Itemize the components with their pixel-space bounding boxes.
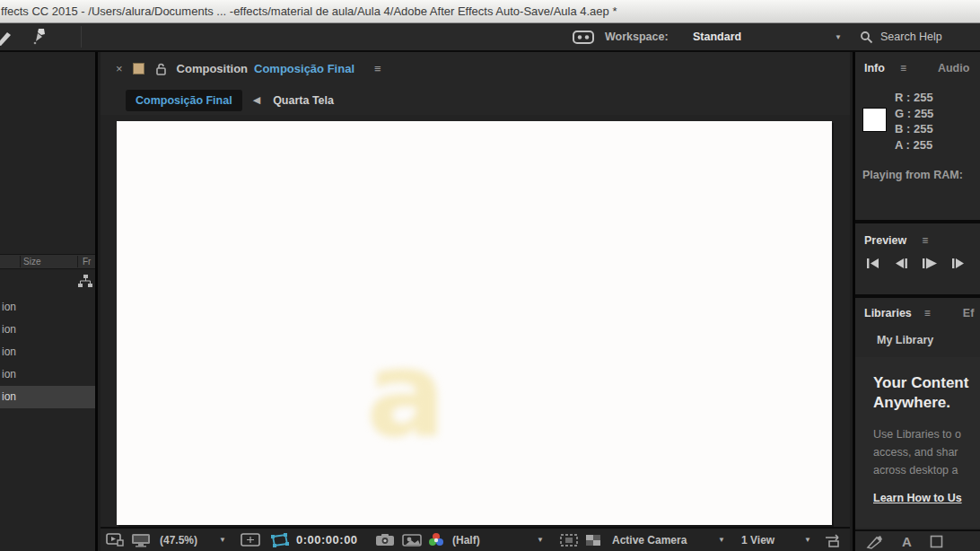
- animated-letter: a: [366, 335, 446, 453]
- column-divider: [77, 256, 78, 267]
- color-swatch: [862, 108, 887, 132]
- show-snapshot-button[interactable]: [402, 529, 422, 551]
- share-view-button[interactable]: [824, 529, 844, 551]
- tab-effects[interactable]: Ef: [963, 307, 975, 319]
- camera-view-popup[interactable]: Active Camera: [612, 529, 687, 551]
- tab-info[interactable]: Info: [864, 62, 885, 74]
- tab-audio[interactable]: Audio: [938, 62, 969, 74]
- first-frame-button[interactable]: [866, 258, 880, 269]
- view-layout-dropdown-icon[interactable]: ▼: [804, 529, 811, 551]
- search-help[interactable]: Search Help: [860, 23, 942, 50]
- current-time-display[interactable]: 0:00:00:00: [296, 529, 358, 551]
- channel-r: R : 255: [895, 90, 933, 106]
- mask-visibility-toggle[interactable]: [269, 529, 289, 551]
- resolution-popup[interactable]: (Half): [452, 529, 480, 551]
- snapshot-icon: [402, 533, 422, 547]
- info-panel: Info ≡ Audio R : 255 G : 255 B : 255 A :…: [855, 52, 980, 223]
- show-channel-button[interactable]: [427, 529, 445, 551]
- graphics-icon[interactable]: [930, 535, 943, 548]
- transport-controls: [855, 258, 980, 269]
- next-frame-button[interactable]: [951, 258, 966, 269]
- column-header-size[interactable]: Size: [23, 257, 40, 267]
- composition-panel: × Composition Composição Final ≡ Composi…: [101, 52, 850, 551]
- view-layout-popup[interactable]: 1 View: [741, 529, 774, 551]
- search-help-label: Search Help: [880, 31, 942, 43]
- channel-g: G : 255: [895, 106, 933, 122]
- tab-libraries[interactable]: Libraries: [864, 307, 912, 319]
- breadcrumb-parent-comp[interactable]: Quarta Tela: [273, 94, 334, 107]
- resolution-dropdown-icon[interactable]: ▼: [537, 529, 544, 551]
- composition-viewer: a: [101, 115, 850, 527]
- take-snapshot-button[interactable]: [375, 529, 395, 551]
- pushpin-icon: [30, 26, 51, 48]
- tab-composition-name[interactable]: Composição Final: [254, 62, 354, 75]
- brush-icon: [0, 27, 16, 47]
- breadcrumb-back-icon[interactable]: ◀: [253, 94, 260, 106]
- project-row[interactable]: ion: [0, 296, 98, 319]
- hierarchy-icon: [77, 274, 93, 289]
- stock-brush-icon[interactable]: [866, 534, 884, 549]
- panel-menu-icon[interactable]: ≡: [922, 234, 928, 247]
- window-title: ffects CC 2015 - /Users/alura/Documents …: [1, 4, 617, 18]
- transparency-grid-button[interactable]: [585, 529, 601, 551]
- grid-guides-button[interactable]: [241, 529, 260, 551]
- composition-tab-bar: × Composition Composição Final ≡: [101, 52, 850, 85]
- type-search-icon[interactable]: A: [902, 535, 912, 548]
- magnification-popup[interactable]: (47.5%): [160, 529, 197, 551]
- camera-icon: [375, 533, 395, 547]
- project-row-selected[interactable]: ion: [0, 386, 98, 408]
- playback-status: Playing from RAM:: [862, 169, 963, 181]
- project-row[interactable]: ion: [0, 363, 98, 386]
- breadcrumb-current-comp[interactable]: Composição Final: [126, 90, 242, 111]
- checkerboard-icon: [585, 534, 601, 547]
- primary-viewer-button[interactable]: [131, 529, 151, 551]
- workspace-icon: [573, 31, 594, 44]
- tab-composition-label[interactable]: Composition: [177, 62, 248, 75]
- workspace-dropdown-button[interactable]: ▼: [835, 23, 842, 50]
- project-column-headers[interactable]: Size Fr: [0, 254, 98, 269]
- camera-view-dropdown-icon[interactable]: ▼: [718, 529, 725, 551]
- workspace-switcher[interactable]: Workspace:: [573, 23, 669, 50]
- magnification-dropdown-icon[interactable]: ▼: [219, 529, 226, 551]
- share-view-icon: [824, 533, 844, 547]
- region-of-interest-button[interactable]: [560, 529, 578, 551]
- panel-menu-icon[interactable]: ≡: [900, 62, 906, 74]
- libraries-description: Use Libraries to o access, and shar acro…: [873, 425, 980, 479]
- workspace-label: Workspace:: [605, 31, 669, 43]
- app-toolbar: Workspace: Standard ▼ Search Help: [0, 23, 980, 52]
- puppet-pin-tool-button[interactable]: [30, 23, 51, 50]
- preview-panel: Preview ≡: [855, 227, 980, 298]
- brush-tool-button[interactable]: [0, 23, 16, 50]
- mask-path-icon: [269, 533, 289, 547]
- composition-toolbar: (47.5%) ▼ 0:00:00:00: [101, 527, 850, 551]
- panel-menu-icon[interactable]: ≡: [924, 307, 931, 319]
- right-panel-stack: Info ≡ Audio R : 255 G : 255 B : 255 A :…: [853, 52, 980, 551]
- column-header-fr[interactable]: Fr: [83, 257, 91, 267]
- window-titlebar[interactable]: ffects CC 2015 - /Users/alura/Documents …: [0, 0, 980, 23]
- always-preview-button[interactable]: [106, 529, 124, 551]
- lock-icon[interactable]: [156, 63, 166, 75]
- play-button[interactable]: [922, 258, 938, 269]
- tab-preview[interactable]: Preview: [864, 234, 906, 247]
- project-row[interactable]: ion: [0, 341, 98, 363]
- libraries-content: Your Content Anywhere. Use Libraries to …: [855, 357, 980, 528]
- region-of-interest-icon: [560, 534, 578, 547]
- project-row[interactable]: ion: [0, 319, 98, 341]
- channel-readout: R : 255 G : 255 B : 255 A : 255: [895, 90, 933, 153]
- close-icon[interactable]: ×: [116, 62, 123, 75]
- library-selector[interactable]: My Library: [877, 334, 933, 346]
- rgba-channels-icon: [427, 532, 445, 547]
- chevron-down-icon: ▼: [835, 33, 842, 41]
- workspace-value[interactable]: Standard: [693, 23, 741, 50]
- previous-frame-button[interactable]: [894, 258, 908, 269]
- composition-breadcrumb: Composição Final ◀ Quarta Tela: [101, 85, 850, 115]
- monitor-icon: [131, 533, 151, 547]
- always-preview-icon: [106, 533, 124, 547]
- project-item-list: ion ion ion ion ion: [0, 296, 98, 408]
- project-panel: Size Fr ion ion ion ion ion: [0, 52, 98, 551]
- panel-menu-icon[interactable]: ≡: [374, 62, 381, 75]
- learn-how-link[interactable]: Learn How to Us: [873, 492, 980, 504]
- composition-panel-icon: [133, 63, 144, 74]
- composition-canvas[interactable]: a: [117, 121, 832, 525]
- libraries-panel: Libraries ≡ Ef My Library Your Content A…: [855, 302, 980, 551]
